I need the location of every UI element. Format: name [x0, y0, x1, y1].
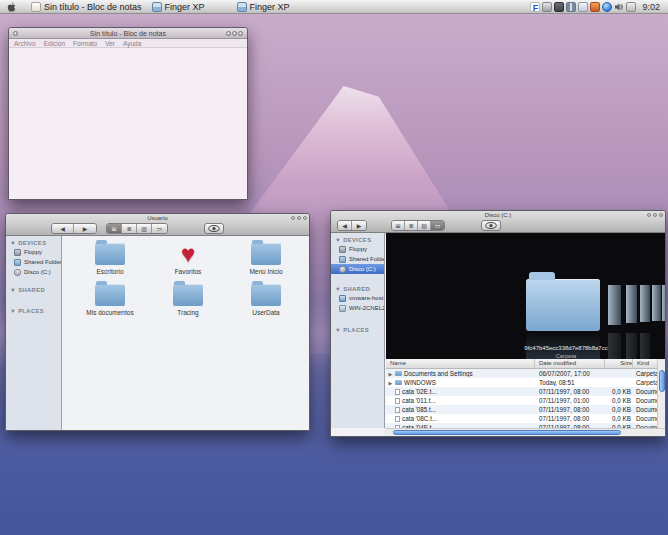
disk-icon	[14, 269, 21, 276]
list-view-button[interactable]: ≣	[122, 224, 137, 233]
list-view-button[interactable]: ≣	[405, 221, 418, 230]
apple-menu-icon[interactable]	[7, 2, 16, 12]
coverflow-selected-folder-icon[interactable]	[526, 279, 600, 331]
disclosure-icon[interactable]: ▶	[388, 371, 393, 377]
coverflow-item[interactable]	[640, 285, 650, 322]
view-switcher: ⊞ ≣ ▥ ▭	[106, 223, 168, 234]
quicklook-button[interactable]	[481, 220, 501, 231]
file-icon-mis-documentos[interactable]: Mis documentos	[71, 281, 149, 322]
sidebar-item-disk-c-selected[interactable]: Disco (C:)	[331, 264, 384, 274]
shared-header: ▼ SHARED	[331, 282, 384, 293]
vertical-scrollbar[interactable]	[657, 359, 665, 428]
column-view-button[interactable]: ▥	[137, 224, 152, 233]
finder-right-window-title: Disco (C:)	[331, 212, 665, 218]
file-icon-favoritos[interactable]: ♥ Favoritos	[149, 240, 227, 281]
horizontal-scrollbar-thumb[interactable]	[393, 430, 621, 435]
menu-ver[interactable]: Ver	[105, 40, 115, 47]
display-icon[interactable]	[554, 2, 564, 12]
window-close-icon[interactable]	[659, 213, 663, 217]
notepad-text-area[interactable]	[9, 49, 247, 199]
coverflow-view-button[interactable]: ▭	[431, 221, 444, 230]
notepad-window-title: Sin título - Bloc de notas	[90, 30, 166, 37]
f-icon[interactable]: F	[530, 2, 540, 12]
table-row[interactable]: cata '085.t... 07/11/1997, 08:00 0,0 KB …	[386, 405, 665, 414]
coverflow-item[interactable]	[626, 285, 637, 323]
notepad-title-bar[interactable]: Sin título - Bloc de notas	[9, 28, 247, 39]
devices-header: ▼ DEVICES	[331, 233, 384, 244]
globe-icon[interactable]	[602, 2, 612, 12]
file-icon-tracing[interactable]: Tracing	[149, 281, 227, 322]
forward-button[interactable]: ▶	[74, 224, 96, 233]
window-close-icon[interactable]	[13, 31, 18, 36]
taskbar-item-finger-xp-1[interactable]: Finger XP	[147, 0, 210, 14]
window-minimize-icon[interactable]	[647, 213, 651, 217]
table-row[interactable]: cata '08C.t... 07/11/1997, 08:00 0,0 KB …	[386, 414, 665, 423]
sidebar-item-floppy[interactable]: Floppy	[6, 247, 61, 257]
back-button[interactable]: ◀	[52, 224, 74, 233]
file-icon-escritorio[interactable]: Escritorio	[71, 240, 149, 281]
window-maximize-icon[interactable]	[653, 213, 657, 217]
menu-edicion[interactable]: Edición	[44, 40, 65, 47]
folder-icon	[173, 284, 203, 306]
taskbar-item-label: Sin título - Bloc de notas	[44, 2, 142, 12]
grid-icon[interactable]	[566, 2, 576, 12]
menu-ayuda[interactable]: Ayuda	[123, 40, 141, 47]
volume-icon[interactable]	[614, 2, 624, 12]
coverflow-item[interactable]	[608, 285, 621, 325]
window-close-icon[interactable]	[303, 216, 307, 220]
battery-icon[interactable]	[626, 2, 636, 12]
icon-view-button[interactable]: ⊞	[107, 224, 122, 233]
taskbar-item-label: Finger XP	[250, 2, 290, 12]
sidebar-item-disk-c[interactable]: Disco (C:)	[6, 267, 61, 277]
coverflow-view-button[interactable]: ▭	[152, 224, 167, 233]
taskbar-item-finger-xp-2[interactable]: Finger XP	[232, 0, 295, 14]
vertical-scrollbar-thumb[interactable]	[659, 370, 665, 392]
finder-window-user-profile: Usuario ◀ ▶ ⊞ ≣ ▥ ▭ ▼ DEVICES Floppy	[5, 213, 310, 431]
horizontal-scrollbar[interactable]	[385, 428, 665, 436]
folder-icon	[251, 243, 281, 265]
sidebar-item-shared-folders[interactable]: Shared Folders	[6, 257, 61, 267]
finder-left-title-bar[interactable]: Usuario ◀ ▶ ⊞ ≣ ▥ ▭	[6, 214, 309, 236]
table-row[interactable]: ▶WINDOWS Today, 08:51 Carpeta	[386, 378, 665, 387]
table-row[interactable]: ▶Documents and Settings 06/07/2007, 17:0…	[386, 369, 665, 378]
taskbar-item-notepad[interactable]: Sin título - Bloc de notas	[26, 0, 147, 14]
column-view-button[interactable]: ▥	[418, 221, 431, 230]
coverflow-selected-name: 9fc47b45ecc338d7e878b8a7cc	[476, 345, 656, 351]
quicklook-button[interactable]	[204, 223, 224, 234]
menu-archivo[interactable]: Archivo	[14, 40, 36, 47]
window-minimize-icon[interactable]	[291, 216, 295, 220]
column-header-name[interactable]: Name	[386, 359, 535, 368]
sidebar-item-win-pc[interactable]: WIN-2CNEL2DF	[331, 303, 384, 313]
disclosure-icon[interactable]: ▶	[388, 380, 393, 386]
places-header: ▼ PLACES	[331, 323, 384, 334]
forward-button[interactable]: ▶	[352, 221, 366, 230]
messenger-icon[interactable]	[590, 2, 600, 12]
back-button[interactable]: ◀	[338, 221, 352, 230]
sidebar-item-shared-folders[interactable]: Shared Folders	[331, 254, 384, 264]
window-close-right-icon[interactable]	[238, 31, 243, 36]
eye-icon	[208, 225, 220, 232]
system-tray: F	[530, 2, 636, 12]
window-maximize-icon[interactable]	[232, 31, 237, 36]
window-icon[interactable]	[578, 2, 588, 12]
file-icon-menu-inicio[interactable]: Menú Inicio	[227, 240, 305, 281]
column-header-size[interactable]: Size	[605, 359, 633, 368]
column-header-date-modified[interactable]: Date modified	[535, 359, 605, 368]
table-row[interactable]: cata '011.t... 07/11/1997, 01:00 0,0 KB …	[386, 396, 665, 405]
finder-right-title-bar[interactable]: Disco (C:) ◀ ▶ ⊞ ≣ ▥ ▭	[331, 211, 665, 233]
finder-icon	[152, 2, 162, 12]
finder-left-sidebar: ▼ DEVICES Floppy Shared Folders Disco (C…	[6, 236, 62, 430]
coverflow-item[interactable]	[662, 285, 665, 321]
window-minimize-icon[interactable]	[226, 31, 231, 36]
table-row[interactable]: cata '02E.t... 07/11/1997, 08:00 0,0 KB …	[386, 387, 665, 396]
window-maximize-icon[interactable]	[297, 216, 301, 220]
menu-bar-clock[interactable]: 9:02	[642, 2, 660, 12]
sidebar-item-vmware-host[interactable]: vmware-host	[331, 293, 384, 303]
icon-view-button[interactable]: ⊞	[392, 221, 405, 230]
file-icon-userdata[interactable]: UserData	[227, 281, 305, 322]
menu-formato[interactable]: Formato	[73, 40, 97, 47]
clipboard-icon[interactable]	[542, 2, 552, 12]
sidebar-item-floppy[interactable]: Floppy	[331, 244, 384, 254]
coverflow-view[interactable]: 9fc47b45ecc338d7e878b8a7cc Carpeta	[386, 233, 665, 359]
coverflow-item[interactable]	[652, 285, 661, 321]
